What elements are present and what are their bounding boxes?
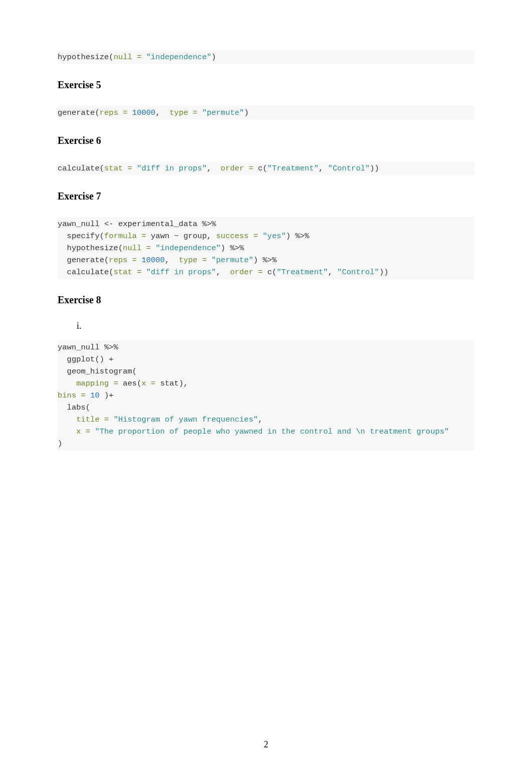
code-token: (: [262, 164, 267, 173]
code-token: [58, 256, 67, 265]
code-token: specify: [67, 232, 100, 241]
code-token: stat =: [114, 268, 146, 277]
code-token: calculate: [67, 268, 109, 277]
code-token: (: [100, 232, 104, 241]
code-token: (: [95, 108, 99, 117]
code-token: %>%: [295, 232, 309, 241]
code-token: type =: [179, 256, 211, 265]
heading-exercise-5: Exercise 5: [58, 79, 474, 91]
code-token: (: [109, 53, 113, 62]
code-token: "Histogram of yawn frequencies": [114, 415, 258, 424]
code-token: x =: [141, 379, 160, 388]
code-token: null =: [114, 53, 146, 62]
code-token: "The proportion of people who yawned in …: [95, 427, 449, 436]
code-token: title =: [76, 415, 113, 424]
code-token: stat),: [160, 379, 188, 388]
code-token: ): [221, 244, 230, 253]
code-token: c: [258, 164, 262, 173]
code-token: hypothesize: [67, 244, 118, 253]
code-token: "permute": [202, 108, 244, 117]
code-token: "diff in props": [146, 268, 216, 277]
code-token: ): [253, 256, 263, 265]
code-token: geom_histogram: [67, 367, 132, 376]
code-token: +: [109, 391, 113, 400]
document-page: hypothesize(null = "independence") Exerc…: [0, 0, 532, 780]
code-token: "permute": [211, 256, 253, 265]
code-token: %>%: [202, 220, 216, 229]
code-block-generate: generate(reps = 10000, type = "permute"): [58, 106, 474, 120]
code-token: aes: [123, 379, 137, 388]
code-token: [58, 415, 76, 424]
code-token: 10: [90, 391, 100, 400]
code-token: 10000: [141, 256, 165, 265]
code-token: (: [104, 256, 109, 265]
code-token: [58, 268, 67, 277]
code-token: ggplot: [67, 355, 95, 364]
code-token: "Control": [328, 164, 370, 173]
code-block-ggplot: yawn_null %>% ggplot() + geom_histogram(…: [58, 340, 474, 451]
code-token: [58, 232, 67, 241]
code-token: ,: [165, 256, 179, 265]
page-number: 2: [0, 739, 532, 750]
code-token: calculate: [58, 164, 100, 173]
heading-exercise-7: Exercise 7: [58, 190, 474, 202]
code-token: ): [286, 232, 296, 241]
code-token: reps =: [100, 108, 132, 117]
code-token: ,: [258, 415, 262, 424]
code-token: "yes": [262, 232, 286, 241]
code-token: stat =: [104, 164, 137, 173]
code-token: yawn ~ group,: [151, 232, 216, 241]
code-token: %>%: [230, 244, 244, 253]
code-token: ,: [216, 268, 230, 277]
code-token: x =: [76, 427, 95, 436]
code-token: (: [100, 164, 104, 173]
code-token: (: [118, 244, 123, 253]
code-token: ,: [155, 108, 169, 117]
code-block-calculate: calculate(stat = "diff in props", order …: [58, 161, 474, 175]
code-token: "Treatment": [277, 268, 328, 277]
code-token: (: [86, 403, 90, 412]
code-token: ): [244, 108, 248, 117]
code-token: (: [272, 268, 277, 277]
heading-exercise-6: Exercise 6: [58, 135, 474, 146]
code-token: %>%: [262, 256, 277, 265]
code-token: mapping =: [76, 379, 123, 388]
code-token: (): [95, 355, 109, 364]
code-token: c: [268, 268, 272, 277]
code-token: ): [211, 53, 216, 62]
code-token: "diff in props": [137, 164, 207, 173]
code-token: %>%: [104, 343, 118, 352]
heading-exercise-8: Exercise 8: [58, 294, 474, 306]
code-token: generate: [67, 256, 104, 265]
code-token: ): [100, 391, 109, 400]
code-token: order =: [221, 164, 258, 173]
code-token: "Control": [337, 268, 379, 277]
code-token: hypothesize: [58, 53, 109, 62]
code-token: [58, 355, 67, 364]
code-token: [58, 427, 76, 436]
code-token: (: [109, 268, 113, 277]
code-token: type =: [169, 108, 202, 117]
code-token: [58, 244, 67, 253]
code-token: )): [370, 164, 379, 173]
code-token: ,: [328, 268, 338, 277]
code-token: labs: [67, 403, 86, 412]
code-block-pipeline: yawn_null <- experimental_data %>% speci…: [58, 217, 474, 279]
code-token: "independence": [155, 244, 220, 253]
code-token: )): [379, 268, 389, 277]
code-token: [58, 367, 67, 376]
code-token: <-: [104, 220, 114, 229]
code-token: [58, 403, 67, 412]
code-token: bins =: [58, 391, 90, 400]
code-token: (: [132, 367, 137, 376]
code-token: ,: [319, 164, 328, 173]
code-token: reps =: [109, 256, 141, 265]
list-item-roman: i.: [77, 321, 474, 331]
code-token: [58, 379, 76, 388]
code-token: success =: [216, 232, 262, 241]
code-token: generate: [58, 108, 95, 117]
code-token: ,: [207, 164, 221, 173]
code-block-hypothesize: hypothesize(null = "independence"): [58, 50, 474, 64]
code-token: formula =: [104, 232, 151, 241]
code-token: order =: [230, 268, 267, 277]
